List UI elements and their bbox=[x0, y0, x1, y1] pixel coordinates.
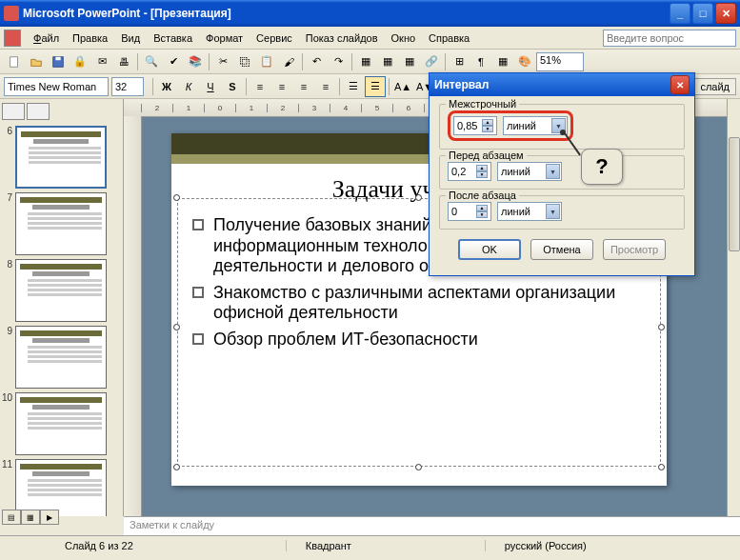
color-button[interactable]: 🎨 bbox=[514, 51, 535, 72]
bold-button[interactable]: Ж bbox=[156, 76, 177, 97]
close-button[interactable]: ✕ bbox=[715, 3, 736, 24]
align-center-button[interactable]: ≡ bbox=[271, 76, 292, 97]
spellcheck-button[interactable]: ✔ bbox=[163, 51, 184, 72]
menu-window[interactable]: Окно bbox=[385, 30, 423, 47]
slide-thumbnail[interactable]: 10 bbox=[2, 392, 121, 455]
bullet-icon bbox=[192, 219, 204, 230]
help-search-input[interactable] bbox=[603, 30, 736, 47]
research-button[interactable]: 📚 bbox=[185, 51, 206, 72]
preview-button[interactable]: Просмотр bbox=[603, 239, 666, 260]
before-spinner[interactable]: 0,2▲▼ bbox=[448, 162, 491, 181]
align-right-button[interactable]: ≡ bbox=[293, 76, 314, 97]
print-button[interactable]: 🖶 bbox=[113, 51, 134, 72]
slide-thumbnails-panel: 6789101112 bbox=[0, 99, 124, 516]
slide-thumbnail[interactable]: 7 bbox=[2, 192, 121, 255]
resize-handle[interactable] bbox=[415, 194, 422, 201]
show-formatting-button[interactable]: ¶ bbox=[470, 51, 491, 72]
slides-tab[interactable] bbox=[27, 103, 50, 120]
notes-pane[interactable]: Заметки к слайду bbox=[124, 516, 740, 535]
sorter-view-button[interactable]: ▦ bbox=[21, 510, 40, 525]
email-button[interactable]: ✉ bbox=[91, 51, 112, 72]
align-left-button[interactable]: ≡ bbox=[250, 76, 270, 97]
preview-button[interactable]: 🔍 bbox=[141, 51, 162, 72]
cut-button[interactable]: ✂ bbox=[212, 51, 233, 72]
slide-thumbnail[interactable]: 6 bbox=[2, 126, 121, 189]
tables-borders-button[interactable]: ▦ bbox=[399, 51, 420, 72]
doc-icon[interactable] bbox=[4, 30, 21, 47]
justify-button[interactable]: ≡ bbox=[315, 76, 336, 97]
new-slide-button[interactable]: слайд bbox=[693, 78, 736, 95]
menu-format[interactable]: Формат bbox=[199, 30, 250, 47]
redo-button[interactable]: ↷ bbox=[328, 51, 349, 72]
slide-thumbnail[interactable]: 9 bbox=[2, 326, 121, 389]
line-spacing-spinner[interactable]: 0,85▲▼ bbox=[453, 116, 497, 135]
bullet-icon bbox=[192, 333, 204, 345]
view-buttons: ▤ ▦ ▶ bbox=[2, 510, 59, 525]
resize-handle[interactable] bbox=[658, 464, 665, 470]
menu-edit[interactable]: Правка bbox=[66, 30, 114, 47]
status-bar: Слайд 6 из 22 Квадрант русский (Россия) bbox=[0, 535, 740, 554]
resize-handle[interactable] bbox=[415, 464, 422, 470]
resize-handle[interactable] bbox=[658, 324, 665, 330]
resize-handle[interactable] bbox=[173, 324, 180, 330]
bullet-item[interactable]: Обзор проблем ИТ-безопасности bbox=[192, 330, 646, 350]
line-spacing-unit-combo[interactable]: линий▼ bbox=[503, 116, 568, 135]
after-paragraph-group: После абзаца 0▲▼ линий▼ bbox=[439, 195, 685, 230]
grid-button[interactable]: ▦ bbox=[492, 51, 513, 72]
minimize-button[interactable]: _ bbox=[670, 3, 690, 24]
vertical-scrollbar[interactable] bbox=[727, 99, 740, 516]
dialog-title: Интервал bbox=[434, 78, 489, 91]
copy-button[interactable]: ⿻ bbox=[234, 51, 255, 72]
dialog-close-button[interactable]: ✕ bbox=[670, 75, 690, 94]
standard-toolbar: 🔒 ✉ 🖶 🔍 ✔ 📚 ✂ ⿻ 📋 🖌 ↶ ↷ ▦ ▦ ▦ 🔗 ⊞ ¶ ▦ 🎨 … bbox=[0, 50, 740, 74]
cancel-button[interactable]: Отмена bbox=[530, 239, 593, 260]
increase-font-button[interactable]: A▲ bbox=[392, 76, 413, 97]
permissions-button[interactable]: 🔒 bbox=[70, 51, 90, 72]
ok-button[interactable]: OK bbox=[458, 239, 521, 260]
expand-all-button[interactable]: ⊞ bbox=[449, 51, 470, 72]
chevron-down-icon[interactable]: ▼ bbox=[546, 204, 560, 219]
menu-slideshow[interactable]: Показ слайдов bbox=[299, 30, 385, 47]
numbering-button[interactable]: ☰ bbox=[343, 76, 364, 97]
line-spacing-group: Межстрочный 0,85▲▼ линий▼ bbox=[439, 104, 685, 150]
menu-bar: ФФайлайл Правка Вид Вставка Формат Серви… bbox=[0, 27, 740, 50]
undo-button[interactable]: ↶ bbox=[306, 51, 327, 72]
slideshow-view-button[interactable]: ▶ bbox=[40, 510, 59, 525]
menu-insert[interactable]: Вставка bbox=[147, 30, 199, 47]
format-painter-button[interactable]: 🖌 bbox=[278, 51, 299, 72]
zoom-combo[interactable]: 51% bbox=[536, 52, 584, 71]
before-unit-combo[interactable]: линий▼ bbox=[497, 162, 562, 181]
app-icon bbox=[4, 6, 19, 21]
after-spinner[interactable]: 0▲▼ bbox=[448, 202, 491, 221]
italic-button[interactable]: К bbox=[178, 76, 199, 97]
bullet-item[interactable]: Знакомство с различными аспектами органи… bbox=[192, 283, 646, 324]
underline-button[interactable]: Ч bbox=[200, 76, 221, 97]
table-button[interactable]: ▦ bbox=[377, 51, 398, 72]
callout-balloon: ? bbox=[581, 149, 623, 185]
normal-view-button[interactable]: ▤ bbox=[2, 510, 21, 525]
resize-handle[interactable] bbox=[173, 194, 180, 201]
chevron-down-icon[interactable]: ▼ bbox=[546, 164, 560, 179]
save-button[interactable] bbox=[48, 51, 69, 72]
bullets-button[interactable]: ☰ bbox=[365, 76, 386, 97]
menu-view[interactable]: Вид bbox=[114, 30, 147, 47]
maximize-button[interactable]: □ bbox=[692, 3, 713, 24]
outline-tab[interactable] bbox=[2, 103, 25, 120]
resize-handle[interactable] bbox=[173, 464, 180, 470]
menu-tools[interactable]: Сервис bbox=[250, 30, 299, 47]
chart-button[interactable]: ▦ bbox=[355, 51, 376, 72]
slide-thumbnail[interactable]: 8 bbox=[2, 259, 121, 322]
shadow-button[interactable]: S bbox=[222, 76, 243, 97]
paste-button[interactable]: 📋 bbox=[256, 51, 277, 72]
font-size-combo[interactable] bbox=[111, 77, 144, 96]
open-button[interactable] bbox=[26, 51, 47, 72]
hyperlink-button[interactable]: 🔗 bbox=[421, 51, 442, 72]
menu-help[interactable]: Справка bbox=[422, 30, 476, 47]
menu-file[interactable]: ФФайлайл bbox=[27, 30, 66, 47]
dialog-titlebar[interactable]: Интервал ✕ bbox=[430, 73, 694, 96]
new-button[interactable] bbox=[4, 51, 25, 72]
bullet-icon bbox=[192, 287, 204, 298]
font-combo[interactable] bbox=[4, 77, 109, 96]
slide-thumbnail[interactable]: 11 bbox=[2, 459, 121, 516]
after-unit-combo[interactable]: линий▼ bbox=[497, 202, 562, 221]
